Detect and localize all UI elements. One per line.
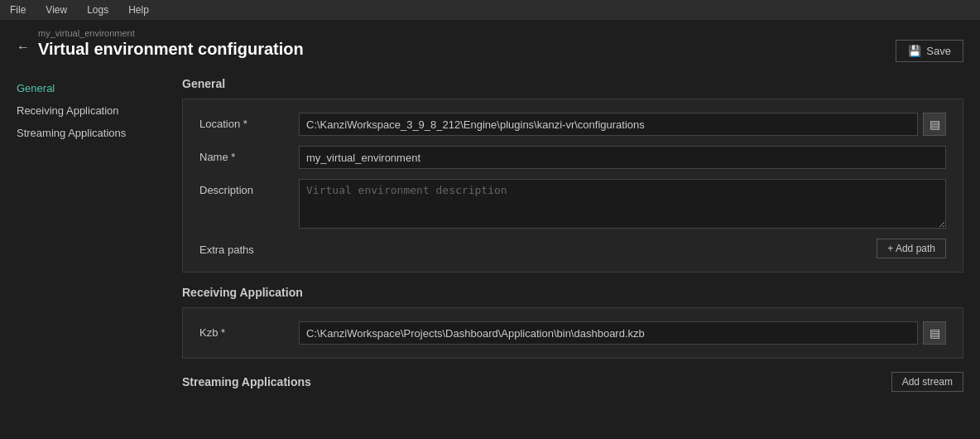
description-label: Description [199, 179, 299, 196]
description-input-wrap [299, 179, 946, 229]
name-input[interactable] [299, 146, 946, 169]
menu-view[interactable]: View [42, 2, 70, 17]
folder-icon: ▤ [930, 326, 940, 340]
save-icon: 💾 [908, 45, 921, 57]
add-path-button[interactable]: + Add path [877, 239, 946, 258]
menubar: File View Logs Help [0, 0, 980, 20]
sidebar-item-receiving-application[interactable]: Receiving Application [0, 99, 166, 122]
add-stream-button[interactable]: Add stream [891, 372, 963, 392]
receiving-form-panel: Kzb * ▤ [182, 307, 963, 359]
name-row: Name * [199, 146, 946, 169]
general-form-panel: Location * ▤ Name * [182, 99, 963, 273]
sidebar-item-general[interactable]: General [0, 77, 166, 99]
header-left: ← my_virtual_environment Virtual environ… [17, 28, 304, 59]
description-textarea[interactable] [299, 179, 946, 229]
kzb-input-wrap: ▤ [299, 321, 946, 345]
save-button[interactable]: 💾 Save [896, 40, 963, 62]
folder-icon: ▤ [930, 118, 940, 131]
extra-paths-row: Extra paths + Add path [199, 239, 946, 258]
location-label: Location * [199, 113, 299, 130]
main-content: General Location * ▤ Name * [166, 69, 980, 439]
sidebar: General Receiving Application Streaming … [0, 69, 166, 439]
location-input-wrap: ▤ [299, 113, 946, 136]
extra-paths-input-wrap: + Add path [299, 239, 946, 258]
streaming-section-header: Streaming Applications Add stream [182, 372, 963, 392]
sidebar-item-streaming-applications[interactable]: Streaming Applications [0, 122, 166, 144]
location-browse-button[interactable]: ▤ [923, 113, 946, 136]
page-title: Virtual environment configuration [38, 40, 304, 59]
main-wrapper: ← my_virtual_environment Virtual environ… [0, 20, 980, 439]
name-input-wrap [299, 146, 946, 169]
streaming-section-title: Streaming Applications [182, 375, 311, 388]
header-subtitle: my_virtual_environment [38, 28, 304, 38]
description-row: Description [199, 179, 946, 229]
menu-logs[interactable]: Logs [84, 2, 112, 17]
name-label: Name * [199, 146, 299, 163]
kzb-row: Kzb * ▤ [199, 321, 946, 345]
general-section-title: General [182, 77, 963, 90]
kzb-input[interactable] [299, 321, 918, 345]
back-button[interactable]: ← [17, 40, 30, 55]
header-title-area: my_virtual_environment Virtual environme… [38, 28, 304, 59]
extra-paths-label: Extra paths [199, 239, 299, 256]
menu-file[interactable]: File [7, 2, 29, 17]
kzb-browse-button[interactable]: ▤ [923, 321, 946, 345]
location-input[interactable] [299, 113, 918, 136]
receiving-section-title: Receiving Application [182, 286, 963, 299]
location-row: Location * ▤ [199, 113, 946, 136]
menu-help[interactable]: Help [125, 2, 152, 17]
header: ← my_virtual_environment Virtual environ… [0, 20, 980, 69]
kzb-label: Kzb * [199, 321, 299, 339]
save-label: Save [926, 45, 951, 57]
content-area: General Receiving Application Streaming … [0, 69, 980, 439]
